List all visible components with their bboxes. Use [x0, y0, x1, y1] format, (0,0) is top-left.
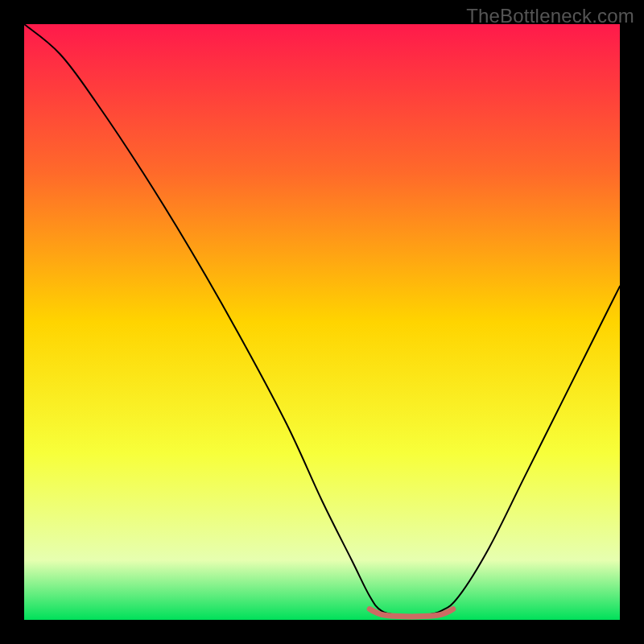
plot-area	[24, 24, 620, 620]
chart-svg	[24, 24, 620, 620]
chart-frame: TheBottleneck.com	[0, 0, 644, 644]
gradient-background	[24, 24, 620, 620]
